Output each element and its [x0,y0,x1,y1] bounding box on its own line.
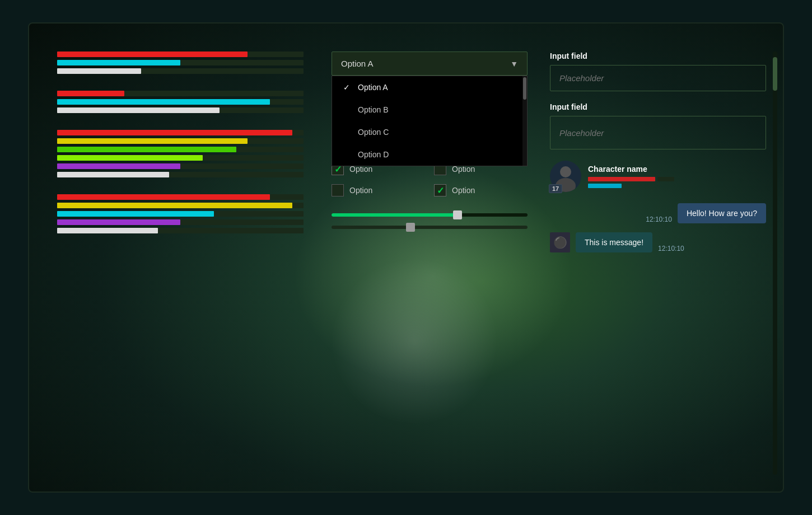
main-screen: Option A ▼ ✓ Option A Option B Option [28,22,784,493]
slider-gray-container [332,226,528,229]
chat-time-2: 12:10:10 [658,245,684,252]
bar-group-4 [57,194,304,233]
bar-track [270,194,304,200]
dropdown-option-c[interactable]: Option C [332,121,527,143]
bar-fill [57,52,248,57]
left-panel [29,24,320,491]
character-info: Character name [588,165,766,188]
chat-avatar: ⚫ [550,232,570,252]
bar-fill [57,211,214,217]
bar-track [270,99,304,105]
input-group-1: Input field [550,52,766,91]
dropdown-option-label: Option D [358,150,389,159]
check-icon: ✓ [343,83,352,92]
svg-point-0 [560,166,571,177]
slider-green-track[interactable] [332,213,528,217]
health-bar [588,177,655,181]
checkbox-option-3[interactable]: Option [332,184,425,196]
scrollbar-thumb-right [773,57,777,91]
bar-track [158,228,304,233]
bar-fill [57,203,292,208]
dropdown-menu: ✓ Option A Option B Option C Option D [332,76,528,166]
chat-bubble-right: Hello! How are you? [678,203,766,223]
bar-row [57,52,304,57]
input-field-1[interactable] [550,65,766,91]
bar-track [180,219,304,225]
dropdown-selected[interactable]: Option A ▼ [332,52,528,76]
right-panel: Input field Input field 17 Character nam… [539,24,783,491]
user-icon: ⚫ [553,236,567,249]
scrollbar-thumb [523,77,526,100]
bar-row [57,99,304,105]
bar-track [169,172,304,177]
chat-message-left: ⚫ This is message! 12:10:10 [550,232,766,252]
bar-row [57,155,304,161]
bar-fill [57,194,270,200]
chat-area: 12:10:10 Hello! How are you? ⚫ This is m… [550,203,766,252]
character-bars [588,177,766,188]
avatar-level-badge: 17 [549,184,562,193]
bar-row [57,219,304,225]
bar-row [57,172,304,177]
dropdown-option-b[interactable]: Option B [332,99,527,121]
dropdown-value: Option A [341,59,374,68]
bar-track [292,203,304,208]
checkbox-option-4[interactable]: ✓ Option [434,184,528,196]
character-name: Character name [588,165,766,174]
chat-message-right: 12:10:10 Hello! How are you? [550,203,766,223]
checkbox-box-4: ✓ [434,184,446,196]
health-bar-empty [657,177,674,181]
bar-row [57,130,304,135]
dropdown-option-label: Option A [358,83,388,92]
bar-group-1 [57,52,304,74]
bar-row [57,147,304,152]
checkbox-label-3: Option [349,186,372,195]
checkbox-label-4: Option [452,186,475,195]
bar-track [141,68,304,74]
bar-fill [57,99,270,105]
bar-fill [57,107,220,113]
input-label-1: Input field [550,52,766,60]
bar-fill [57,68,141,74]
input-field-2[interactable] [550,116,766,149]
bar-fill [57,228,158,233]
checkbox-box-3 [332,184,344,196]
bar-row [57,228,304,233]
middle-panel: Option A ▼ ✓ Option A Option B Option [320,24,539,491]
bar-track [220,107,304,113]
character-card: 17 Character name [550,161,766,192]
bar-row [57,68,304,74]
slider-gray-thumb[interactable] [406,223,415,232]
mana-bar [588,184,622,188]
bar-row [57,91,304,96]
bar-track [248,52,304,57]
bar-fill [57,130,292,135]
chevron-down-icon: ▼ [510,59,518,68]
bar-track [214,211,304,217]
dropdown-option-a[interactable]: ✓ Option A [332,76,527,99]
checkbox-group: ✓ Option Option Option ✓ Option [332,163,528,196]
bar-track [248,138,304,144]
bar-fill [57,219,180,225]
bar-row [57,163,304,169]
input-group-2: Input field [550,102,766,149]
bar-fill [57,155,203,161]
bar-row [57,211,304,217]
dropdown-option-label: Option B [358,105,388,114]
checkmark-icon-4: ✓ [437,185,444,196]
bar-fill [57,138,248,144]
bar-group-2 [57,91,304,113]
bar-track [180,60,304,65]
dropdown-option-d[interactable]: Option D [332,143,527,166]
bar-track [203,155,304,161]
slider-green-thumb[interactable] [453,210,462,219]
right-scrollbar[interactable] [773,52,777,475]
bar-row [57,194,304,200]
bar-track [124,91,304,96]
dropdown-scrollbar[interactable] [522,76,527,166]
health-bar-row [588,177,766,181]
bar-row [57,203,304,208]
bar-fill [57,147,236,152]
chat-time-1: 12:10:10 [646,216,672,223]
slider-gray-track[interactable] [332,226,528,229]
